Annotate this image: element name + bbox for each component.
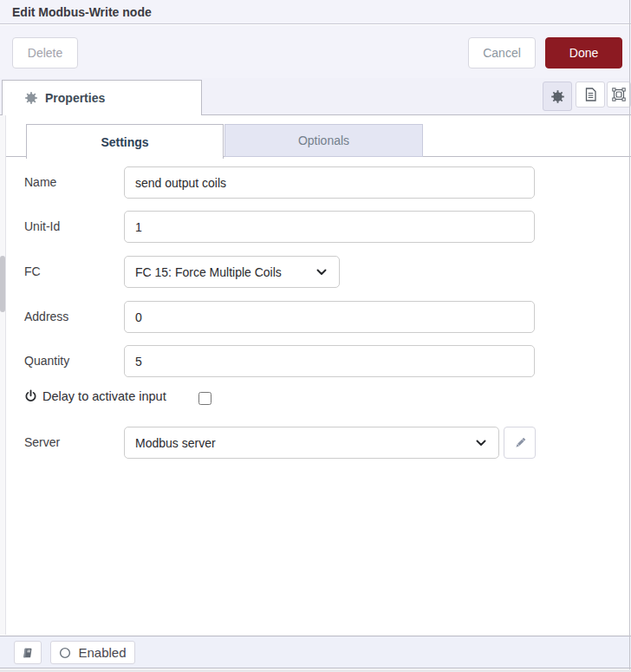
circle-icon — [59, 647, 71, 659]
name-label: Name — [24, 175, 56, 189]
edit-server-button[interactable] — [504, 427, 536, 459]
gear-icon — [551, 90, 564, 103]
address-input[interactable] — [124, 301, 535, 333]
appearance-icon — [612, 88, 626, 101]
fc-select-value: FC 15: Force Multiple Coils — [135, 265, 282, 279]
book-icon — [22, 647, 34, 659]
tab-optionals-label: Optionals — [298, 134, 349, 147]
tab-properties-label: Properties — [45, 91, 105, 105]
chevron-down-icon — [316, 269, 327, 276]
gear-icon — [25, 92, 37, 104]
form-tab-bar: Settings Optionals — [0, 115, 631, 157]
edit-node-dialog: Edit Modbus-Write node Delete Cancel Don… — [0, 0, 631, 672]
dialog-title: Edit Modbus-Write node — [12, 5, 152, 19]
dialog-footer: Enabled — [0, 636, 631, 669]
dialog-right-border — [629, 0, 630, 669]
name-input[interactable] — [124, 166, 535, 199]
delete-button[interactable]: Delete — [12, 37, 78, 69]
address-label: Address — [24, 310, 68, 323]
dialog-toolbar: Delete Cancel Done — [0, 25, 631, 78]
description-pane-button[interactable] — [576, 82, 605, 108]
server-label: Server — [24, 435, 60, 449]
form-scrollbar-thumb[interactable] — [0, 256, 5, 312]
document-icon — [584, 88, 597, 101]
delay-row: Delay to activate input — [24, 389, 166, 403]
quantity-input[interactable] — [124, 345, 535, 377]
unit-id-label: Unit-Id — [24, 219, 60, 233]
cancel-button[interactable]: Cancel — [468, 37, 536, 69]
dialog-header: Edit Modbus-Write node — [0, 0, 631, 24]
enabled-toggle-button[interactable]: Enabled — [50, 641, 135, 664]
fc-select[interactable]: FC 15: Force Multiple Coils — [124, 256, 340, 288]
delay-checkbox[interactable] — [198, 392, 211, 405]
server-select[interactable]: Modbus server — [124, 427, 499, 459]
quantity-label: Quantity — [24, 354, 69, 368]
library-button[interactable] — [14, 641, 42, 664]
tab-properties[interactable]: Properties — [2, 80, 202, 115]
pencil-icon — [513, 436, 527, 450]
tab-optionals[interactable]: Optionals — [224, 124, 423, 157]
properties-pane-button[interactable] — [543, 82, 572, 111]
delay-label: Delay to activate input — [42, 389, 166, 403]
appearance-pane-button[interactable] — [607, 82, 631, 108]
chevron-down-icon — [476, 440, 486, 447]
form-scrollbar-track[interactable] — [0, 115, 6, 635]
fc-label: FC — [24, 264, 41, 278]
unit-id-input[interactable] — [124, 211, 535, 243]
power-icon — [24, 389, 37, 403]
enabled-label: Enabled — [78, 645, 126, 660]
done-button[interactable]: Done — [545, 37, 622, 69]
server-select-value: Modbus server — [135, 436, 216, 450]
tab-settings-label: Settings — [101, 135, 148, 149]
tab-settings[interactable]: Settings — [26, 124, 224, 159]
editor-tab-bar: Properties — [0, 78, 631, 115]
